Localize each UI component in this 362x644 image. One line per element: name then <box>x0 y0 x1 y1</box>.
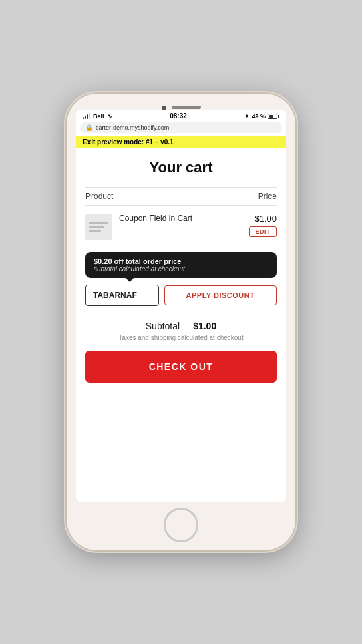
phone-top-bar <box>67 94 295 112</box>
subtotal-label: Subtotal <box>146 321 180 331</box>
col-price-header: Price <box>258 192 277 201</box>
product-info: Coupon Field in Cart <box>119 214 242 224</box>
tooltip-subtitle: subtotal calculated at checkout <box>94 265 268 273</box>
discount-tooltip: $0.20 off total order price subtotal cal… <box>85 252 277 278</box>
battery-percent: 49 % <box>252 113 266 120</box>
product-price-col: $1.00 EDIT <box>249 214 277 237</box>
product-price: $1.00 <box>254 214 277 224</box>
thumb-line-2 <box>89 226 104 228</box>
phone-frame: Bell ∿ 08:32 ✴ 49 % 🔒 carter-demo.myshop… <box>67 94 295 550</box>
lock-icon: 🔒 <box>85 124 93 131</box>
col-product-header: Product <box>85 192 113 201</box>
tax-note: Taxes and shipping calculated at checkou… <box>85 334 277 341</box>
power-button <box>295 187 295 211</box>
page-title: Your cart <box>85 159 277 176</box>
discount-code-input[interactable] <box>85 285 159 306</box>
status-time: 08:32 <box>170 112 187 120</box>
signal-bar-2 <box>85 116 86 119</box>
volume-button <box>67 174 67 188</box>
cart-content: Your cart Product Price Coupon Field in … <box>76 148 286 502</box>
edit-button[interactable]: EDIT <box>249 226 277 237</box>
table-header: Product Price <box>85 187 277 206</box>
battery-fill <box>269 115 274 118</box>
battery-tip <box>278 115 279 118</box>
phone-screen: Bell ∿ 08:32 ✴ 49 % 🔒 carter-demo.myshop… <box>76 110 286 502</box>
signal-bar-4 <box>89 113 90 119</box>
checkout-button[interactable]: CHECK OUT <box>85 351 277 383</box>
battery-body <box>268 114 277 119</box>
wifi-icon: ∿ <box>107 113 112 120</box>
thumb-lines <box>89 222 108 232</box>
bluetooth-icon: ✴ <box>244 113 250 120</box>
url-text: carter-demo.myshopify.com <box>96 124 169 131</box>
product-row: Coupon Field in Cart $1.00 EDIT <box>85 206 277 249</box>
signal-bars-icon <box>83 113 90 119</box>
subtotal-value: $1.00 <box>193 321 216 331</box>
tooltip-title: $0.20 off total order price <box>94 257 268 265</box>
product-thumbnail <box>85 214 112 240</box>
status-left: Bell ∿ <box>83 113 112 120</box>
tooltip-arrow <box>126 278 134 282</box>
preview-version: #1 – v0.1 <box>146 138 174 146</box>
discount-row: APPLY DISCOUNT <box>85 285 277 306</box>
front-camera <box>162 106 166 110</box>
status-right: ✴ 49 % <box>244 113 279 120</box>
url-bar[interactable]: 🔒 carter-demo.myshopify.com <box>80 122 282 133</box>
battery-icon <box>268 114 279 119</box>
signal-bar-3 <box>87 114 88 119</box>
earpiece-speaker <box>172 106 201 109</box>
subtotal-row: Subtotal $1.00 <box>85 313 277 334</box>
thumb-line-3 <box>89 230 101 232</box>
thumb-line-1 <box>89 222 108 224</box>
apply-discount-button[interactable]: APPLY DISCOUNT <box>164 285 277 305</box>
home-button[interactable] <box>164 508 198 542</box>
product-name: Coupon Field in Cart <box>119 214 242 224</box>
preview-prefix: Exit preview mode: <box>83 138 144 146</box>
signal-bar-1 <box>83 117 84 119</box>
carrier-name: Bell <box>93 113 104 120</box>
preview-banner[interactable]: Exit preview mode: #1 – v0.1 <box>76 136 286 148</box>
